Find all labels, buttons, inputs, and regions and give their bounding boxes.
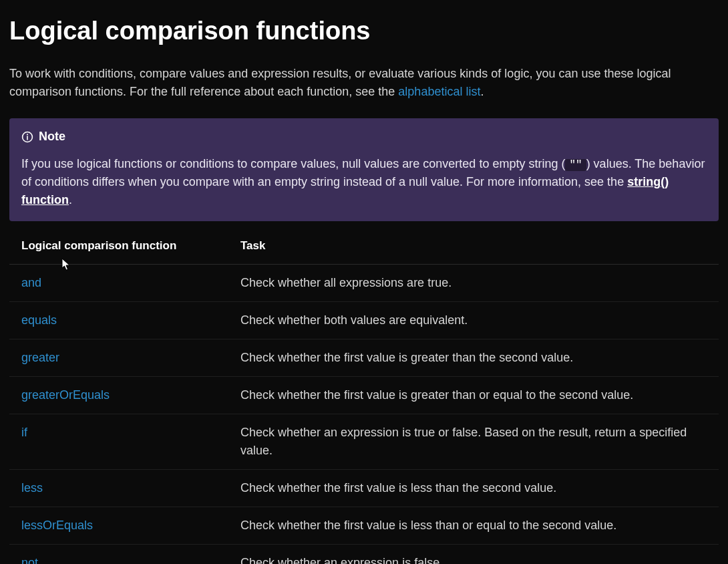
function-link-not[interactable]: not [21, 556, 38, 565]
function-link-lessOrEquals[interactable]: lessOrEquals [21, 519, 93, 532]
table-row: lessCheck whether the first value is les… [9, 469, 719, 507]
function-name-cell: greaterOrEquals [9, 376, 228, 414]
function-task-cell: Check whether all expressions are true. [228, 264, 719, 301]
function-link-greaterOrEquals[interactable]: greaterOrEquals [21, 388, 110, 402]
col-header-function: Logical comparison function [9, 228, 228, 264]
function-link-if[interactable]: if [21, 426, 27, 439]
function-name-cell: equals [9, 301, 228, 339]
function-task-cell: Check whether an expression is false. [228, 544, 719, 564]
alphabetical-list-link[interactable]: alphabetical list [398, 85, 480, 98]
function-task-cell: Check whether an expression is true or f… [228, 414, 719, 469]
function-link-greater[interactable]: greater [21, 351, 59, 364]
function-name-cell: not [9, 544, 228, 564]
function-name-cell: and [9, 264, 228, 301]
table-row: greaterCheck whether the first value is … [9, 339, 719, 376]
table-row: equalsCheck whether both values are equi… [9, 301, 719, 339]
note-header: Note [21, 128, 707, 146]
svg-point-2 [27, 134, 28, 135]
function-task-cell: Check whether the first value is greater… [228, 339, 719, 376]
note-text-after-link: . [69, 193, 72, 206]
table-row: ifCheck whether an expression is true or… [9, 414, 719, 469]
function-task-cell: Check whether the first value is greater… [228, 376, 719, 414]
note-body: If you use logical functions or conditio… [21, 155, 707, 209]
table-row: andCheck whether all expressions are tru… [9, 264, 719, 301]
function-name-cell: greater [9, 339, 228, 376]
note-callout: Note If you use logical functions or con… [9, 118, 719, 221]
intro-text-after: . [480, 85, 484, 98]
info-icon [21, 131, 33, 143]
table-row: greaterOrEqualsCheck whether the first v… [9, 376, 719, 414]
table-row: lessOrEqualsCheck whether the first valu… [9, 507, 719, 544]
col-header-task: Task [228, 228, 719, 264]
table-row: notCheck whether an expression is false. [9, 544, 719, 564]
function-name-cell: lessOrEquals [9, 507, 228, 544]
note-text-before-code: If you use logical functions or conditio… [21, 157, 565, 170]
page-title: Logical comparison functions [9, 12, 719, 50]
functions-table: Logical comparison function Task andChec… [9, 228, 719, 564]
function-name-cell: if [9, 414, 228, 469]
function-link-equals[interactable]: equals [21, 313, 57, 327]
page-content: Logical comparison functions To work wit… [0, 0, 728, 564]
function-link-less[interactable]: less [21, 481, 43, 495]
function-task-cell: Check whether both values are equivalent… [228, 301, 719, 339]
note-label: Note [39, 128, 65, 146]
intro-text-before: To work with conditions, compare values … [9, 67, 671, 98]
function-task-cell: Check whether the first value is less th… [228, 469, 719, 507]
function-link-and[interactable]: and [21, 276, 41, 289]
table-header-row: Logical comparison function Task [9, 228, 719, 264]
empty-string-code: "" [565, 159, 586, 171]
function-task-cell: Check whether the first value is less th… [228, 507, 719, 544]
function-name-cell: less [9, 469, 228, 507]
intro-paragraph: To work with conditions, compare values … [9, 65, 697, 101]
